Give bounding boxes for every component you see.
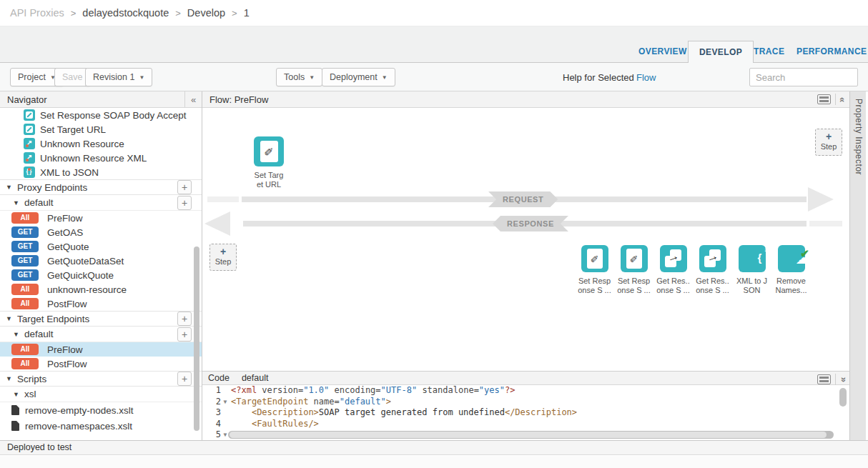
- caret-down-icon: ▼: [382, 74, 388, 81]
- add-step-button-request[interactable]: + Step: [815, 129, 842, 156]
- nav-subsection-xsl[interactable]: ▼xsl: [0, 387, 202, 402]
- nav-flow-getquotedataset[interactable]: GETGetQuoteDataSet: [0, 254, 202, 268]
- nav-policy-set-target-url[interactable]: Set Target URL: [0, 122, 202, 136]
- policy-set-resp-onse-s[interactable]: ✎Set Response S ...: [614, 245, 654, 295]
- tab-performance[interactable]: PERFORMANCE: [792, 41, 868, 62]
- nav-flow-getquote[interactable]: GETGetQuote: [0, 239, 202, 254]
- deployment-menu-button[interactable]: Deployment▼: [322, 68, 395, 86]
- policy-label: XML to JSON: [732, 277, 771, 295]
- add-target-endpoints-button[interactable]: +: [177, 312, 192, 326]
- nav-section-target-endpoints[interactable]: ▼Target Endpoints+: [0, 311, 202, 327]
- nav-flow-getoas[interactable]: GETGetOAS: [0, 225, 202, 239]
- collapse-panel-up-icon[interactable]: «: [837, 96, 848, 101]
- pencil-glyph-icon: ✎: [254, 136, 284, 166]
- xml-to-json-policy-icon: ↓{ }: [739, 245, 766, 272]
- nav-file-remove-empty-nodes-xslt[interactable]: remove-empty-nodes.xslt: [0, 402, 202, 418]
- xml-to-json-policy-icon: {}: [24, 166, 35, 178]
- navigator-scrollbar[interactable]: [194, 247, 199, 431]
- nav-flow-preflow[interactable]: AllPreFlow: [0, 342, 202, 357]
- nav-flow-postflow[interactable]: AllPostFlow: [0, 357, 202, 371]
- policy-get-res-onse-s[interactable]: →Get Res..onse S ...: [693, 245, 732, 295]
- policy-remove-names[interactable]: ☁✔RemoveNames...: [771, 245, 811, 295]
- code-vertical-scrollbar[interactable]: [839, 388, 847, 407]
- add-proxy-endpoints-button[interactable]: +: [177, 180, 192, 194]
- nav-subsection-default[interactable]: ▼default+: [0, 327, 202, 342]
- breadcrumb-proxy-name[interactable]: delayedstockquote: [82, 7, 169, 19]
- flow-canvas: ✎ Set Targ et URL + Step REQUEST RESPO: [202, 108, 849, 371]
- property-inspector-label: Property Inspector: [854, 99, 864, 175]
- code-line-3[interactable]: 3 <Description>SOAP target generated fro…: [202, 407, 849, 419]
- response-badge: RESPONSE: [493, 216, 568, 231]
- tab-develop[interactable]: DEVELOP: [688, 41, 754, 63]
- nav-policy-set-response-soap-body-accept[interactable]: Set Response SOAP Body Accept: [0, 108, 202, 122]
- breadcrumb-revision[interactable]: 1: [244, 7, 250, 19]
- expand-triangle-icon[interactable]: ▼: [6, 375, 12, 382]
- panel-layout-icon[interactable]: [817, 94, 831, 104]
- nav-flow-unknown-resource[interactable]: Allunknown-resource: [0, 282, 202, 297]
- expand-triangle-icon[interactable]: ▼: [6, 184, 12, 191]
- policy-label: Set Targ et URL: [247, 171, 290, 189]
- verb-badge-all: All: [11, 212, 39, 224]
- collapse-panel-down-icon[interactable]: «: [837, 377, 848, 382]
- expand-triangle-icon[interactable]: ▼: [13, 331, 19, 338]
- pencil-policy-icon: ✎: [581, 245, 608, 272]
- nav-file-remove-namespaces-xslt[interactable]: remove-namespaces.xslt: [0, 418, 202, 434]
- nav-policy-xml-to-json[interactable]: {}XML to JSON: [0, 165, 202, 179]
- help-flow-link[interactable]: Flow: [636, 72, 656, 83]
- tab-bar: OVERVIEWDEVELOPTRACEPERFORMANCE: [0, 26, 868, 62]
- tab-trace[interactable]: TRACE: [749, 41, 789, 62]
- status-bar: Deployed to test: [0, 440, 868, 455]
- response-policies-row: ✎Set Response S ...✎Set Response S ...→G…: [575, 245, 811, 295]
- expand-triangle-icon[interactable]: ▼: [6, 315, 12, 322]
- breadcrumb-api-proxies[interactable]: API Proxies: [10, 7, 64, 19]
- service-callout-policy-icon: →: [660, 245, 687, 272]
- breadcrumb-separator: >: [232, 8, 237, 19]
- response-arrowhead-icon: [204, 211, 230, 236]
- nav-section-scripts[interactable]: ▼Scripts+: [0, 371, 202, 387]
- add-default-button[interactable]: +: [177, 327, 192, 342]
- nav-policy-unknown-resource-xml[interactable]: ↗Unknown Resource XML: [0, 151, 202, 165]
- nav-flow-getquickquote[interactable]: GETGetQuickQuote: [0, 268, 202, 282]
- caret-down-icon: ▼: [309, 74, 315, 81]
- footer-space: [0, 456, 868, 468]
- add-step-button-response[interactable]: + Step: [209, 244, 237, 271]
- nav-section-proxy-endpoints[interactable]: ▼Proxy Endpoints+: [0, 179, 202, 195]
- apigee-develop-screen: API Proxies > delayedstockquote > Develo…: [0, 0, 868, 468]
- panel-layout-icon[interactable]: [817, 374, 831, 384]
- policy-get-res-onse-s[interactable]: →Get Res..onse S ...: [654, 245, 693, 295]
- code-line-4[interactable]: 4 <FaultRules/>: [202, 419, 849, 430]
- line-number: 4: [202, 419, 221, 430]
- navigator-collapse-icon[interactable]: «: [184, 91, 202, 107]
- expand-triangle-icon[interactable]: ▼: [13, 391, 19, 398]
- code-tab-default[interactable]: default: [242, 373, 269, 383]
- search-input[interactable]: [749, 68, 858, 86]
- breadcrumb-develop[interactable]: Develop: [187, 7, 225, 19]
- add-default-button[interactable]: +: [177, 196, 192, 210]
- code-horizontal-scrollbar[interactable]: [228, 431, 834, 439]
- policy-set-resp-onse-s[interactable]: ✎Set Response S ...: [575, 245, 614, 295]
- line-number: 5: [202, 429, 221, 440]
- verb-badge-all: All: [11, 284, 39, 295]
- tools-menu-button[interactable]: Tools▼: [276, 68, 322, 86]
- policy-label: Get Res..onse S ...: [693, 277, 732, 295]
- nav-policy-unknown-resource[interactable]: ↗Unknown Resource: [0, 136, 202, 151]
- code-line-1[interactable]: 1<?xml version="1.0" encoding="UTF-8" st…: [202, 385, 849, 397]
- service-callout-policy-icon: →: [699, 245, 726, 272]
- revision-menu-button[interactable]: Revision 1▼: [85, 68, 152, 86]
- expand-triangle-icon[interactable]: ▼: [13, 199, 19, 206]
- nav-flow-preflow[interactable]: AllPreFlow: [0, 211, 202, 225]
- divider: [835, 374, 836, 385]
- tab-band: OVERVIEWDEVELOPTRACEPERFORMANCE: [0, 26, 868, 63]
- request-arrowhead-icon: [808, 187, 834, 211]
- navigator-panel: Navigator « Set Response SOAP Body Accep…: [0, 91, 202, 440]
- tab-overview[interactable]: OVERVIEW: [634, 41, 691, 62]
- nav-subsection-default[interactable]: ▼default+: [0, 195, 202, 211]
- code-fold-icon[interactable]: ▼: [221, 397, 230, 408]
- navigator-title: Navigator: [7, 94, 47, 105]
- policy-set-target-url[interactable]: ✎ Set Targ et URL: [247, 136, 290, 189]
- nav-flow-postflow[interactable]: AllPostFlow: [0, 297, 202, 311]
- policy-xml-to-j-son[interactable]: ↓{ }XML to JSON: [732, 245, 771, 295]
- property-inspector-rail[interactable]: Property Inspector: [849, 91, 868, 440]
- code-line-2[interactable]: 2▼<TargetEndpoint name="default">: [202, 397, 849, 408]
- add-scripts-button[interactable]: +: [177, 372, 192, 386]
